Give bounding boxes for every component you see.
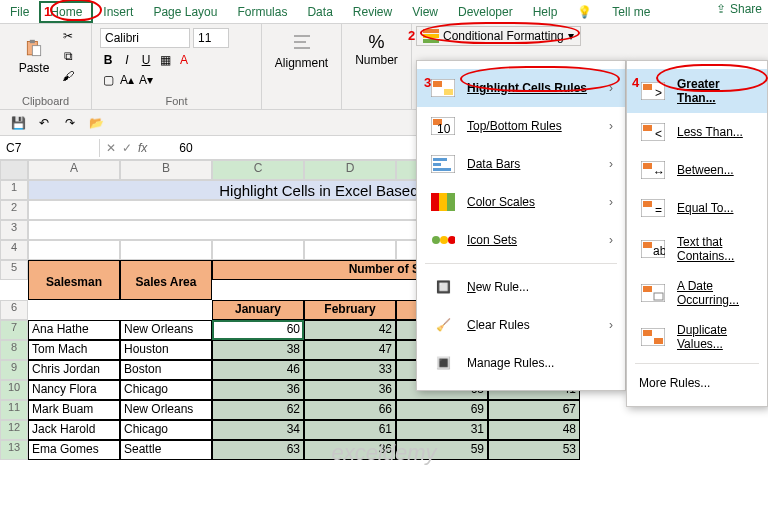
row-6[interactable]: 6 (0, 300, 28, 320)
name-box[interactable]: C7 (0, 139, 100, 157)
color-scales-icon (429, 191, 457, 213)
row-1[interactable]: 1 (0, 180, 28, 200)
alignment-button[interactable]: Alignment (271, 28, 332, 74)
paste-icon (24, 37, 44, 61)
row-9[interactable]: 9 (0, 360, 28, 380)
save-icon[interactable]: 💾 (10, 115, 26, 131)
row-12[interactable]: 12 (0, 420, 28, 440)
mi-color-scales[interactable]: Color Scales› (417, 183, 625, 221)
col-D[interactable]: D (304, 160, 396, 180)
mi-more-rules[interactable]: More Rules... (627, 368, 767, 398)
decrease-font-icon[interactable]: A▾ (138, 72, 154, 88)
cancel-icon[interactable]: ✕ (106, 141, 116, 155)
row-11[interactable]: 11 (0, 400, 28, 420)
mi-date-occurring[interactable]: A Date Occurring... (627, 271, 767, 315)
svg-rect-32 (643, 163, 652, 169)
menu-tabs: File Home Insert Page Layou Formulas Dat… (0, 0, 768, 24)
tab-view[interactable]: View (402, 2, 448, 22)
highlight-cells-icon (429, 77, 457, 99)
share-icon: ⇪ (716, 2, 726, 16)
cell[interactable] (304, 240, 396, 260)
percent-icon: % (368, 32, 384, 53)
tab-help[interactable]: Help (523, 2, 568, 22)
row-2[interactable]: 2 (0, 200, 28, 220)
font-color-button[interactable]: A (176, 52, 192, 68)
col-A[interactable]: A (28, 160, 120, 180)
tab-review[interactable]: Review (343, 2, 402, 22)
svg-rect-7 (423, 34, 439, 38)
col-B[interactable]: B (120, 160, 212, 180)
hdr-salesman[interactable]: Salesman (28, 260, 120, 300)
bold-button[interactable]: B (100, 52, 116, 68)
cut-icon[interactable]: ✂ (60, 28, 76, 44)
svg-rect-29 (643, 125, 652, 131)
svg-rect-8 (423, 39, 439, 43)
conditional-formatting-button[interactable]: Conditional Formatting ▾ (416, 26, 581, 46)
mi-manage-rules[interactable]: 🔳Manage Rules... (417, 344, 625, 382)
underline-button[interactable]: U (138, 52, 154, 68)
tell-me[interactable]: Tell me (602, 2, 660, 22)
check-icon[interactable]: ✓ (122, 141, 132, 155)
fx-icon[interactable]: fx (138, 141, 147, 155)
mi-clear-rules[interactable]: 🧹Clear Rules› (417, 306, 625, 344)
italic-button[interactable]: I (119, 52, 135, 68)
open-icon[interactable]: 📂 (88, 115, 104, 131)
group-number: % Number (342, 24, 412, 109)
copy-icon[interactable]: ⧉ (60, 48, 76, 64)
formula-bar[interactable]: 60 (179, 141, 192, 155)
row-7[interactable]: 7 (0, 320, 28, 340)
col-C[interactable]: C (212, 160, 304, 180)
font-size-input[interactable] (193, 28, 229, 48)
row-13[interactable]: 13 (0, 440, 28, 460)
share-button[interactable]: ⇪Share (716, 2, 762, 16)
font-name-input[interactable] (100, 28, 190, 48)
format-painter-icon[interactable]: 🖌 (60, 68, 76, 84)
hdr-feb[interactable]: February (304, 300, 396, 320)
svg-point-24 (448, 236, 455, 244)
tab-developer[interactable]: Developer (448, 2, 523, 22)
row-3[interactable]: 3 (0, 220, 28, 240)
svg-rect-17 (433, 163, 441, 166)
cell[interactable] (120, 240, 212, 260)
mi-between[interactable]: ↔Between... (627, 151, 767, 189)
svg-rect-35 (643, 201, 652, 207)
cf-icon (423, 29, 439, 43)
mi-equal-to[interactable]: =Equal To... (627, 189, 767, 227)
row-5[interactable]: 5 (0, 260, 28, 280)
date-occurring-icon (639, 282, 667, 304)
paste-button[interactable]: Paste (15, 33, 54, 79)
number-button[interactable]: % Number (351, 28, 402, 71)
tab-insert[interactable]: Insert (93, 2, 143, 22)
mi-greater-than[interactable]: >Greater Than... (627, 69, 767, 113)
redo-icon[interactable]: ↷ (62, 115, 78, 131)
row-8[interactable]: 8 (0, 340, 28, 360)
alignment-icon (292, 32, 312, 56)
svg-rect-41 (643, 286, 652, 292)
mi-top-bottom-rules[interactable]: 10Top/Bottom Rules› (417, 107, 625, 145)
undo-icon[interactable]: ↶ (36, 115, 52, 131)
svg-rect-19 (431, 193, 439, 211)
tab-file[interactable]: File (0, 2, 39, 22)
row-4[interactable]: 4 (0, 240, 28, 260)
mi-data-bars[interactable]: Data Bars› (417, 145, 625, 183)
hdr-jan[interactable]: January (212, 300, 304, 320)
cell[interactable] (212, 240, 304, 260)
border-button[interactable]: ▦ (157, 52, 173, 68)
mi-text-contains[interactable]: abText that Contains... (627, 227, 767, 271)
row-10[interactable]: 10 (0, 380, 28, 400)
cell[interactable] (28, 240, 120, 260)
tab-data[interactable]: Data (297, 2, 342, 22)
mi-less-than[interactable]: <Less Than... (627, 113, 767, 151)
svg-text:=: = (655, 203, 662, 217)
increase-font-icon[interactable]: A▴ (119, 72, 135, 88)
mi-highlight-cells-rules[interactable]: Highlight Cells Rules› (417, 69, 625, 107)
tab-formulas[interactable]: Formulas (227, 2, 297, 22)
mi-new-rule[interactable]: 🔲NNew Rule...ew Rule... (417, 268, 625, 306)
tab-page-layout[interactable]: Page Layou (143, 2, 227, 22)
select-all-corner[interactable] (0, 160, 28, 180)
mi-icon-sets[interactable]: Icon Sets› (417, 221, 625, 259)
active-cell[interactable]: 60 (212, 320, 304, 340)
mi-duplicate-values[interactable]: Duplicate Values... (627, 315, 767, 359)
hdr-area[interactable]: Sales Area (120, 260, 212, 300)
fill-color-button[interactable]: ▢ (100, 72, 116, 88)
